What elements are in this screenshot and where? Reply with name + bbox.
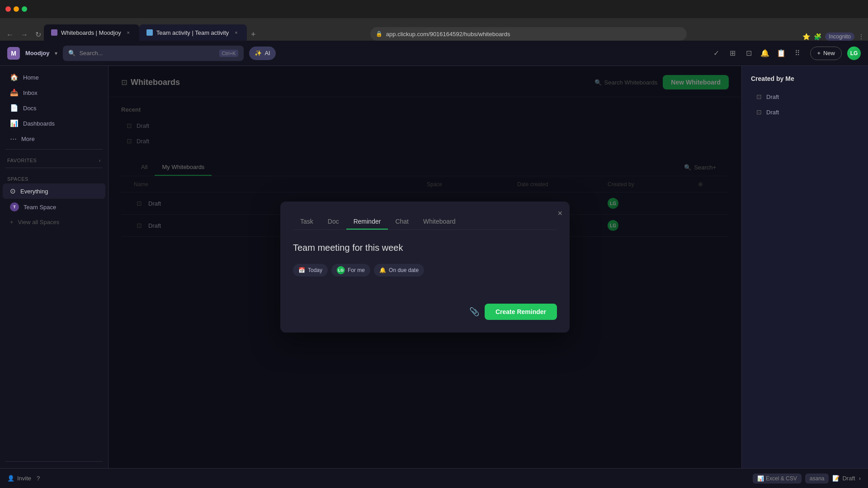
top-icons: ✓ ⊞ ⊡ 🔔 📋 ⠿	[709, 46, 805, 61]
ai-icon: ✨	[255, 50, 262, 56]
sidebar-item-docs[interactable]: 📄 Docs	[3, 100, 105, 116]
close-traffic-light[interactable]	[5, 6, 11, 12]
tab-label-2: Team activity | Team activity	[156, 29, 229, 36]
everything-label: Everything	[20, 188, 48, 195]
more-icon: ⋯	[10, 135, 17, 143]
modal-tab-reminder[interactable]: Reminder	[346, 214, 388, 230]
bell-icon-button[interactable]: 🔔	[758, 46, 772, 61]
created-item-2[interactable]: ⊡ Draft	[751, 105, 859, 119]
extensions-button[interactable]: 🧩	[814, 33, 821, 40]
browser-actions: ⭐ 🧩 Incognito ⋮	[797, 33, 864, 41]
excel-csv-button[interactable]: 📊 Excel & CSV	[753, 474, 802, 483]
created-by-me-title: Created by Me	[751, 75, 859, 82]
for-me-avatar: LG	[337, 266, 345, 274]
sidebar-home-label: Home	[23, 74, 39, 81]
help-button[interactable]: ?	[37, 475, 40, 482]
favorites-expand-icon[interactable]: ›	[99, 158, 101, 163]
created-item-2-name: Draft	[766, 109, 779, 116]
sidebar-inbox-label: Inbox	[23, 89, 38, 96]
sidebar-item-view-all-spaces[interactable]: + View all Spaces	[3, 215, 105, 229]
asana-button[interactable]: asana	[805, 474, 829, 483]
modal-tab-doc[interactable]: Doc	[321, 214, 346, 230]
forward-button[interactable]: →	[18, 29, 31, 41]
sidebar-item-inbox[interactable]: 📥 Inbox	[3, 85, 105, 100]
new-button[interactable]: + New	[810, 47, 842, 60]
sidebar-item-everything[interactable]: ⊙ Everything	[3, 183, 105, 199]
chip-today[interactable]: 📅 Today	[293, 264, 328, 277]
created-doc-icon-1: ⊡	[756, 93, 762, 100]
checkmark-icon-button[interactable]: ✓	[709, 46, 723, 61]
sidebar-divider-2	[5, 168, 103, 168]
back-button[interactable]: ←	[4, 29, 16, 41]
layout-icon-button[interactable]: ⊡	[741, 46, 756, 61]
modal-chips: 📅 Today LG For me 🔔 On due date	[293, 264, 557, 277]
dashboards-icon: 📊	[10, 119, 19, 127]
address-text: app.clickup.com/9016164592/hubs/whiteboa…	[386, 31, 510, 38]
tab-whiteboards[interactable]: Whiteboards | Moodjoy ×	[44, 24, 139, 41]
title-bar	[0, 0, 868, 18]
modal-tab-chat[interactable]: Chat	[388, 214, 416, 230]
menu-button[interactable]: ⋮	[858, 33, 864, 40]
chip-on-due-date[interactable]: 🔔 On due date	[374, 264, 424, 277]
search-bar[interactable]: 🔍 Search... Ctrl+K	[63, 46, 244, 61]
create-reminder-button[interactable]: Create Reminder	[485, 304, 557, 320]
home-icon: 🏠	[10, 73, 19, 81]
address-bar[interactable]: 🔒 app.clickup.com/9016164592/hubs/whiteb…	[370, 27, 687, 41]
spaces-label: Spaces	[7, 176, 28, 182]
sidebar-dashboards-label: Dashboards	[23, 120, 55, 127]
workspace-name[interactable]: Moodjoy	[25, 50, 49, 56]
modal-footer: 📎 Create Reminder	[293, 304, 557, 320]
grid-icon-button[interactable]: ⊞	[725, 46, 740, 61]
reminder-title-input[interactable]	[293, 239, 557, 257]
bottom-bar: 👤 Invite ? 📊 Excel & CSV asana 📝 Draft ›	[0, 468, 868, 488]
bottom-right: 📊 Excel & CSV asana 📝 Draft ›	[753, 474, 861, 483]
workspace-dropdown-icon[interactable]: ▾	[55, 50, 57, 56]
invite-button[interactable]: 👤 Invite	[7, 475, 31, 482]
tab-team-activity[interactable]: Team activity | Team activity ×	[139, 24, 247, 41]
inbox-icon: 📥	[10, 89, 19, 97]
sidebar-item-more[interactable]: ⋯ More	[3, 131, 105, 146]
sidebar-spaces-section: Spaces	[0, 171, 108, 183]
user-avatar[interactable]: LG	[847, 47, 861, 60]
ai-label: AI	[264, 50, 270, 56]
chip-for-me[interactable]: LG For me	[331, 264, 370, 277]
create-reminder-modal: × Task Doc Reminder Chat Whiteboard 📅 To…	[280, 202, 570, 333]
sidebar-item-dashboards[interactable]: 📊 Dashboards	[3, 116, 105, 131]
excel-icon: 📊	[757, 475, 764, 482]
modal-tab-whiteboard[interactable]: Whiteboard	[416, 214, 463, 230]
app-logo: M	[7, 47, 20, 60]
sidebar-item-home[interactable]: 🏠 Home	[3, 70, 105, 85]
modal-close-button[interactable]: ×	[557, 209, 562, 218]
sidebar-more-label: More	[21, 136, 35, 142]
ai-button[interactable]: ✨ AI	[249, 47, 275, 60]
search-icon: 🔍	[68, 50, 75, 56]
apps-icon-button[interactable]: ⠿	[790, 46, 805, 61]
clipboard-icon-button[interactable]: 📋	[774, 46, 788, 61]
add-space-icon: +	[10, 219, 14, 225]
bookmark-button[interactable]: ⭐	[802, 33, 810, 40]
sidebar: 🏠 Home 📥 Inbox 📄 Docs 📊 Dashboards ⋯ Mor…	[0, 66, 108, 468]
created-by-me-list: ⊡ Draft ⊡ Draft	[751, 89, 859, 119]
modal-tabs: Task Doc Reminder Chat Whiteboard	[293, 214, 557, 230]
new-tab-button[interactable]: +	[247, 28, 259, 41]
modal-tab-task[interactable]: Task	[293, 214, 321, 230]
max-traffic-light[interactable]	[22, 6, 27, 12]
browser-chrome: ← → ↻ Whiteboards | Moodjoy × Team activ…	[0, 0, 868, 41]
modal-overlay[interactable]: × Task Doc Reminder Chat Whiteboard 📅 To…	[108, 66, 741, 468]
chip-on-due-date-label: On due date	[389, 267, 419, 273]
collapse-button[interactable]: ›	[859, 475, 861, 482]
plus-icon: +	[817, 50, 821, 56]
sidebar-item-team-space[interactable]: T Team Space	[3, 199, 105, 215]
sidebar-divider-1	[5, 149, 103, 150]
tab-bar: ← → ↻ Whiteboards | Moodjoy × Team activ…	[0, 18, 868, 41]
top-bar: M Moodjoy ▾ 🔍 Search... Ctrl+K ✨ AI ✓ ⊞ …	[0, 41, 868, 66]
min-traffic-light[interactable]	[14, 6, 19, 12]
tab-close-1[interactable]: ×	[125, 29, 132, 36]
content-area: ⊡ Whiteboards 🔍 Search Whiteboards New W…	[108, 66, 741, 468]
draft-button[interactable]: 📝 Draft	[832, 475, 855, 482]
reload-button[interactable]: ↻	[33, 28, 44, 41]
invite-icon: 👤	[7, 475, 14, 482]
created-item-1[interactable]: ⊡ Draft	[751, 89, 859, 104]
tab-close-2[interactable]: ×	[232, 29, 240, 36]
attach-button[interactable]: 📎	[469, 307, 479, 317]
